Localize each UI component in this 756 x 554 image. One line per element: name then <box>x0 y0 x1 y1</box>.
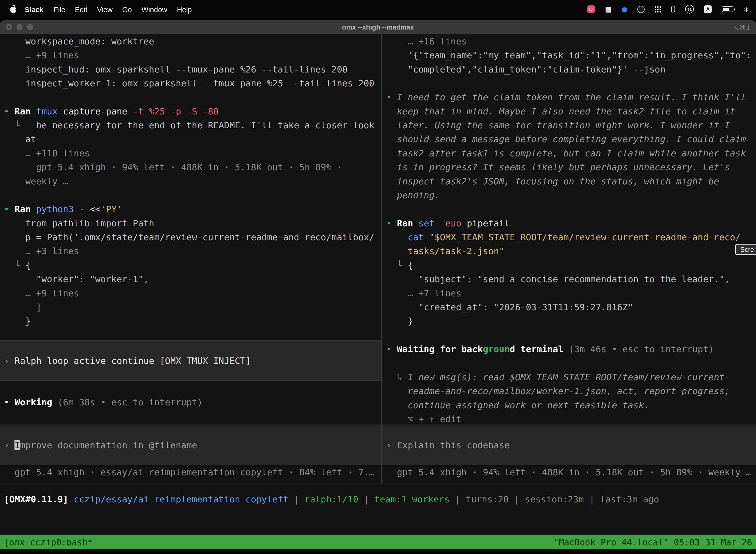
window-shortcut-hint: ⌥⌘1 <box>732 23 750 31</box>
tmux-host-time: "MacBook-Pro-44.local" 05:03 31-Mar-26 <box>554 537 752 547</box>
battery-icon[interactable] <box>722 6 734 12</box>
terminal-line: "created_at": "2026-03-31T11:59:27.816Z" <box>386 300 756 314</box>
terminal-line <box>386 202 756 216</box>
text-segment: 'PY' <box>101 204 122 214</box>
text-segment: last:3m ago <box>600 494 659 504</box>
text-segment: "worker": "worker-1", <box>4 274 149 284</box>
text-segment: … +9 lines <box>4 288 79 298</box>
text-segment: team:1 workers <box>375 494 450 504</box>
terminal-line: } <box>386 314 756 328</box>
menu-go[interactable]: Go <box>117 5 137 13</box>
terminal-line: task2 after task1 is complete, but can I… <box>386 146 756 160</box>
terminal-line: from pathlib import Path <box>4 216 381 230</box>
terminal-line: inspect_hud: omx sparkshell --tmux-pane … <box>4 62 381 76</box>
text-segment: python3 <box>36 204 74 214</box>
text-segment: continue assigned work or next feasible … <box>386 400 649 410</box>
text-segment: set <box>419 218 435 228</box>
terminal-line: • Working (6m 38s • esc to interrupt) <box>4 395 381 409</box>
terminal-line: └ be necessary for the end of the README… <box>4 118 381 132</box>
text-segment: p = Path('.omx/state/team/review-current… <box>4 232 375 242</box>
menu-window[interactable]: Window <box>137 5 172 13</box>
text-segment: Waiting for back <box>397 344 483 354</box>
text-segment: … +16 lines <box>386 36 467 46</box>
terminal-line: at <box>4 132 381 146</box>
text-segment: I need to get the claim token from the c… <box>397 92 746 102</box>
text-segment: Ran <box>15 106 36 116</box>
dark-circle-app-icon[interactable] <box>637 5 645 13</box>
terminal-line: workspace_mode: worktree <box>4 34 381 48</box>
text-segment: pipefail <box>461 218 510 228</box>
input-source-icon[interactable]: A <box>704 5 712 13</box>
text-segment: … +9 lines <box>4 50 79 60</box>
apple-menu-icon[interactable] <box>10 5 17 13</box>
tmux-session-name: [omx-cczip0:bash* <box>4 537 93 547</box>
terminal-line: └ { <box>386 258 756 272</box>
text-segment: } <box>4 316 31 326</box>
terminal-line <box>386 76 756 90</box>
screenshot-tooltip[interactable]: Scre <box>735 244 756 256</box>
pane-footer: gpt-5.4 xhigh · 94% left · 488K in · 5.1… <box>386 465 756 479</box>
zoom-button[interactable] <box>27 24 33 30</box>
text-segment: "$OMX_TEAM_STATE_ROOT/team/review-curren… <box>429 232 741 242</box>
text-segment: └ <box>4 120 25 130</box>
ralph-loop-banner[interactable]: › Ralph loop active continue [OMX_TMUX_I… <box>0 340 381 381</box>
text-segment: Explain this codebase <box>397 440 510 450</box>
text-segment: … +7 lines <box>386 288 461 298</box>
terminal-line: ↳ 1 new msg(s): read $OMX_TEAM_STATE_ROO… <box>386 370 756 384</box>
text-segment: Ran <box>397 218 419 228</box>
terminal-line: … +16 lines <box>386 34 756 48</box>
terminal-line <box>4 188 381 202</box>
terminal-line: › Ralph loop active continue [OMX_TMUX_I… <box>4 353 251 367</box>
text-segment: keep that in mind. Maybe I also need the… <box>386 106 735 116</box>
text-segment: › <box>4 440 15 450</box>
prompt-suggestion[interactable]: › Explain this codebase <box>382 425 756 465</box>
battery-fill <box>723 7 729 11</box>
text-segment: "subject": "send a concise recommendatio… <box>386 274 730 284</box>
terminal-line: p = Path('.omx/state/team/review-current… <box>4 230 381 244</box>
text-segment: tmux <box>36 106 58 116</box>
text-segment: Ran <box>15 204 36 214</box>
scrollback-output: … +16 lines '{"team_name":"my-team","tas… <box>386 34 756 426</box>
terminal-line: gpt-5.4 xhigh · 94% left · 488K in · 5.1… <box>386 465 756 479</box>
asterisk-icon[interactable]: ∗ <box>744 6 749 12</box>
text-segment: '{"team_name":"my-team","task_id":"1","f… <box>386 50 751 60</box>
left-terminal-pane[interactable]: workspace_mode: worktree … +9 lines insp… <box>0 34 381 484</box>
terminal-line: "worker": "worker-1", <box>4 272 381 286</box>
menu-help[interactable]: Help <box>172 5 197 13</box>
text-segment: • <box>4 204 15 214</box>
blue-app-icon[interactable]: ● <box>622 6 628 12</box>
terminal-line: … +3 lines <box>4 244 381 258</box>
terminal-line: └ { <box>4 258 381 272</box>
menu-bar-left: Slack File Edit View Go Window Help <box>0 5 197 13</box>
battery-percentage-icon[interactable]: 61 <box>685 5 694 13</box>
text-segment: [OMX#0.11.9] <box>4 494 74 504</box>
dots-grid-icon[interactable] <box>655 6 661 12</box>
text-segment: (3m 46s • esc to interrupt) <box>564 344 714 354</box>
text-segment: gpt-5.4 xhigh · 94% left · 488K in · 5.1… <box>386 467 751 477</box>
omx-status-line: [OMX#0.11.9] cczip/essay/ai-reimplementa… <box>0 484 756 535</box>
tmux-status-bar[interactable]: [omx-cczip0:bash* "MacBook-Pro-44.local"… <box>0 535 756 549</box>
key-icon[interactable] <box>671 6 675 12</box>
text-segment: "created_at": "2026-03-31T11:59:27.816Z" <box>386 302 633 312</box>
menu-view[interactable]: View <box>92 5 118 13</box>
terminal-line: tasks/task-2.json" <box>386 244 756 258</box>
grid-icon[interactable]: ▦ <box>605 6 611 12</box>
terminal-line: is in progress? It seems likely but perh… <box>386 160 756 174</box>
window-title-bar[interactable]: × omx --xhigh --madmax ⌥⌘1 <box>0 20 756 34</box>
terminal-line: '{"team_name":"my-team","task_id":"1","f… <box>386 48 756 62</box>
battery-nub <box>734 8 735 10</box>
right-terminal-pane[interactable]: … +16 lines '{"team_name":"my-team","tas… <box>382 34 756 484</box>
close-button[interactable]: × <box>6 24 12 30</box>
text-segment: at <box>4 134 36 144</box>
menu-edit[interactable]: Edit <box>70 5 92 13</box>
prompt-input[interactable]: › Improve documentation in @filename <box>0 425 381 465</box>
menu-app-name[interactable]: Slack <box>19 5 49 13</box>
text-segment: | <box>359 494 375 504</box>
text-segment: | <box>450 494 466 504</box>
screen-recording-indicator-icon[interactable] <box>587 5 595 13</box>
minimize-button[interactable] <box>16 24 22 30</box>
text-segment: • <box>4 106 15 116</box>
menu-file[interactable]: File <box>49 5 70 13</box>
text-segment: inspect task2's JSON, focusing on the st… <box>386 176 719 186</box>
text-segment: workspace_mode: worktree <box>4 36 154 46</box>
